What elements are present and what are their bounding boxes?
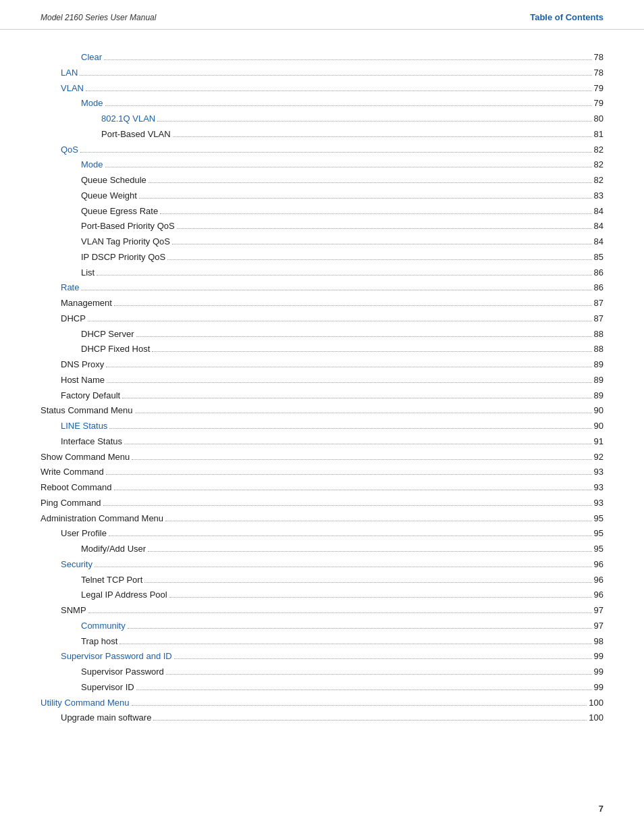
toc-entry-dots [165, 521, 591, 521]
toc-entry: VLAN Tag Priority QoS84 [41, 234, 603, 250]
toc-entry: SNMP97 [41, 603, 603, 619]
toc-entry: Status Command Menu90 [41, 403, 603, 419]
toc-entry: Port-Based Priority QoS84 [41, 219, 603, 234]
toc-entry: Write Command93 [41, 465, 603, 480]
toc-entry-label: Reboot Command [41, 480, 112, 496]
toc-entry-page: 95 [594, 542, 603, 557]
toc-entry-label: Trap host [81, 634, 117, 650]
toc-entry: 802.1Q VLAN80 [41, 111, 603, 127]
toc-entry-dots [172, 244, 592, 244]
toc-entry-label: Supervisor Password and ID [61, 649, 172, 664]
toc-entry-dots [81, 290, 591, 290]
toc-entry-label: Show Command Menu [41, 450, 130, 465]
toc-entry-dots [152, 351, 591, 352]
toc-entry: Community97 [41, 619, 603, 634]
toc-entry-label: Rate [61, 280, 79, 296]
toc-entry-dots [80, 152, 592, 153]
toc-entry-page: 82 [594, 142, 603, 158]
toc-entry-dots [109, 536, 592, 536]
toc-entry: Utility Command Menu100 [41, 696, 603, 711]
toc-entry: Modify/Add User95 [41, 542, 603, 557]
toc-entry-label: Clear [81, 50, 102, 66]
toc-entry-label: IP DSCP Priority QoS [81, 250, 165, 265]
toc-entry-label: Telnet TCP Port [81, 573, 142, 588]
header-title: Model 2160 Series User Manual [41, 13, 156, 22]
toc-entry-label: DNS Proxy [61, 357, 104, 373]
toc-entry-page: 100 [589, 710, 603, 726]
toc-entry-page: 84 [594, 219, 603, 234]
toc-entry-page: 93 [594, 496, 603, 511]
toc-entry-dots [106, 367, 591, 367]
toc-entry-label: DHCP Server [81, 327, 134, 342]
toc-entry-dots [105, 105, 592, 106]
toc-entry-label: Interface Status [61, 434, 122, 450]
page-footer: 7 [599, 804, 603, 814]
toc-entry-page: 97 [594, 619, 603, 634]
toc-entry: Ping Command93 [41, 496, 603, 511]
toc-entry-page: 90 [594, 419, 603, 434]
toc-entry: Rate86 [41, 280, 603, 296]
toc-entry-page: 82 [594, 157, 603, 173]
toc-entry-dots [136, 689, 592, 690]
toc-entry-label: Legal IP Address Pool [81, 588, 167, 603]
toc-entry-page: 87 [594, 296, 603, 311]
toc-entry: Security96 [41, 557, 603, 573]
toc-entry-page: 89 [594, 388, 603, 404]
toc-entry-page: 79 [594, 96, 603, 111]
toc-entry: Interface Status91 [41, 434, 603, 450]
toc-content: Clear78LAN78VLAN79Mode79802.1Q VLAN80Por… [0, 50, 644, 753]
toc-entry-label: Management [61, 296, 112, 311]
toc-entry: User Profile95 [41, 526, 603, 542]
toc-entry-label: SNMP [61, 603, 86, 619]
toc-entry-page: 95 [594, 526, 603, 542]
toc-entry-dots [107, 382, 592, 383]
toc-entry-page: 81 [594, 127, 603, 142]
toc-entry: Supervisor ID99 [41, 680, 603, 696]
toc-entry-dots [122, 398, 591, 398]
toc-entry-label: Security [61, 557, 92, 573]
toc-entry-dots [139, 198, 592, 199]
toc-entry-dots [119, 644, 591, 644]
toc-entry-dots [167, 259, 591, 260]
toc-entry: Legal IP Address Pool96 [41, 588, 603, 603]
toc-entry-dots [160, 213, 591, 214]
toc-entry-page: 78 [594, 50, 603, 66]
toc-entry-page: 96 [594, 588, 603, 603]
toc-entry-dots [144, 582, 591, 583]
page-header: Model 2160 Series User Manual Table of C… [0, 0, 644, 30]
toc-entry-dots [105, 167, 592, 167]
toc-entry-dots [109, 428, 591, 429]
toc-entry-label: DHCP Fixed Host [81, 342, 150, 357]
toc-entry: List86 [41, 265, 603, 281]
toc-entry-label: Mode [81, 157, 103, 173]
toc-entry-label: Queue Schedule [81, 173, 146, 188]
toc-entry-dots [86, 90, 592, 91]
toc-entry-label: Supervisor Password [81, 664, 164, 680]
toc-entry: Upgrade main software100 [41, 710, 603, 726]
toc-entry-page: 78 [594, 66, 603, 81]
toc-entry: Reboot Command93 [41, 480, 603, 496]
toc-entry: LINE Status90 [41, 419, 603, 434]
toc-entry: IP DSCP Priority QoS85 [41, 250, 603, 265]
toc-entry: Administration Command Menu95 [41, 511, 603, 527]
toc-entry-page: 93 [594, 465, 603, 480]
toc-entry-dots [132, 459, 591, 460]
toc-entry: Queue Schedule82 [41, 173, 603, 188]
toc-entry-label: Factory Default [61, 388, 120, 404]
toc-entry-page: 99 [594, 664, 603, 680]
toc-entry-dots [135, 413, 592, 413]
toc-entry-page: 98 [594, 634, 603, 650]
toc-entry-dots [136, 336, 592, 337]
toc-entry-page: 83 [594, 188, 603, 204]
toc-entry: DHCP Fixed Host88 [41, 342, 603, 357]
toc-entry: Management87 [41, 296, 603, 311]
toc-entry-dots [149, 182, 592, 183]
toc-entry-dots [169, 597, 592, 598]
toc-entry-label: User Profile [61, 526, 107, 542]
toc-entry-label: Queue Egress Rate [81, 204, 158, 219]
toc-entry: Queue Weight83 [41, 188, 603, 204]
toc-entry-dots [97, 275, 591, 276]
toc-entry-label: LINE Status [61, 419, 107, 434]
toc-entry-label: Queue Weight [81, 188, 137, 204]
toc-entry-dots [128, 628, 592, 629]
